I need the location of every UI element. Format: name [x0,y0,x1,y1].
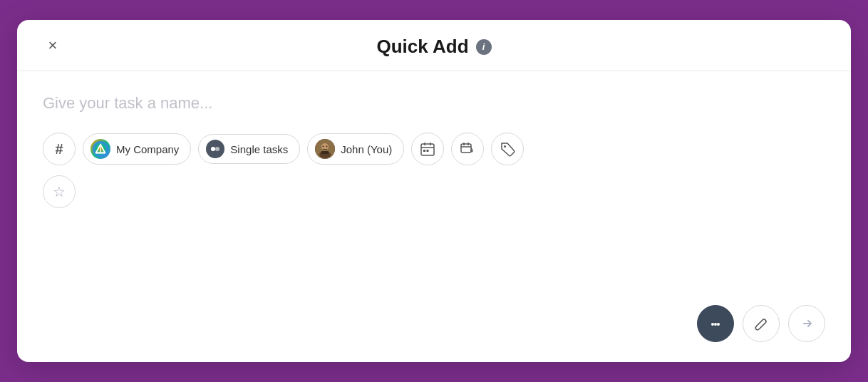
modal-body: # [17,71,851,362]
svg-point-26 [714,323,717,326]
calendar-icon [420,141,435,157]
svg-point-24 [504,145,506,148]
assignee-avatar-icon [315,139,335,159]
tag-icon [500,141,515,157]
svg-point-4 [211,147,215,151]
attach-icon [753,316,769,331]
attach-button[interactable] [743,305,780,342]
title-text: Quick Add [376,36,468,58]
bottom-actions [43,292,825,342]
svg-rect-9 [321,151,329,154]
star-button[interactable]: ☆ [43,175,76,208]
comment-icon [708,316,723,331]
assignee-button[interactable]: John (You) [307,133,404,165]
svg-point-10 [323,146,324,148]
svg-point-25 [711,323,714,326]
svg-rect-16 [423,150,425,152]
date-button[interactable] [411,133,444,165]
send-button[interactable] [788,305,825,342]
close-button[interactable]: × [40,33,66,58]
svg-rect-18 [461,144,471,153]
toolbar-row-2: ☆ [43,175,825,208]
reminder-button[interactable] [451,133,484,165]
company-logo-icon [93,141,108,157]
task-name-input[interactable] [43,94,825,113]
modal-overlay: × Quick Add i # [0,0,868,382]
hash-button[interactable]: # [43,133,76,165]
tag-button[interactable] [491,133,524,165]
toolbar-row-1: # [43,133,825,165]
assignee-avatar [315,139,335,159]
star-icon: ☆ [53,183,66,200]
modal-title: Quick Add i [376,36,491,58]
modal-header: × Quick Add i [17,20,851,71]
svg-point-23 [472,151,472,152]
info-icon[interactable]: i [476,39,492,55]
task-type-svg [210,143,221,155]
task-type-button[interactable]: Single tasks [198,134,300,164]
assignee-label: John (You) [341,143,392,155]
close-icon: × [48,36,58,55]
send-icon [799,316,815,331]
quick-add-modal: × Quick Add i # [17,20,851,362]
task-type-label: Single tasks [230,143,288,155]
company-label: My Company [116,143,179,155]
svg-point-27 [717,323,720,326]
svg-point-11 [326,146,328,148]
reminder-icon [460,141,475,157]
hash-icon: # [55,141,63,158]
svg-point-5 [215,147,219,151]
comment-button[interactable] [697,305,734,342]
company-logo [91,139,110,159]
task-type-icon [206,140,224,158]
svg-rect-17 [427,150,429,152]
company-button[interactable]: My Company [83,133,191,165]
